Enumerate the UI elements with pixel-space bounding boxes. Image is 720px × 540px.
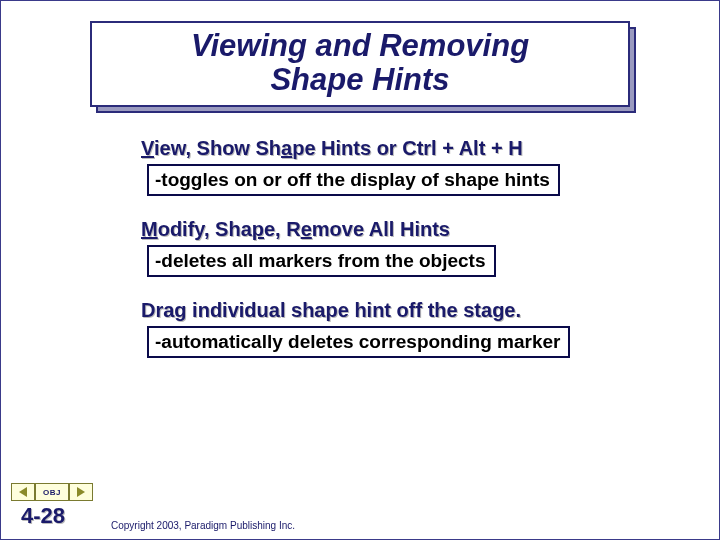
next-button[interactable]	[69, 483, 93, 501]
slide-title: Viewing and Removing Shape Hints	[102, 29, 618, 97]
nav-controls: OBJ	[11, 483, 93, 501]
footer: OBJ 4-28 Copyright 2003, Paradigm Publis…	[1, 479, 719, 539]
title-box: Viewing and Removing Shape Hints	[90, 21, 630, 107]
content-area: View, Show Shape Hints or Ctrl + Alt + H…	[141, 137, 689, 358]
obj-label: OBJ	[43, 488, 61, 497]
copyright-text: Copyright 2003, Paradigm Publishing Inc.	[111, 520, 295, 531]
section-1-detail: -toggles on or off the display of shape …	[147, 164, 560, 196]
section-3: Drag individual shape hint off the stage…	[141, 299, 689, 358]
section-2: Modify, Shape, Remove All Hints -deletes…	[141, 218, 689, 277]
section-2-heading: Modify, Shape, Remove All Hints	[141, 218, 689, 241]
title-container: Viewing and Removing Shape Hints	[90, 21, 630, 107]
section-2-detail: -deletes all markers from the objects	[147, 245, 496, 277]
section-3-detail: -automatically deletes corresponding mar…	[147, 326, 570, 358]
triangle-right-icon	[77, 487, 85, 497]
prev-button[interactable]	[11, 483, 35, 501]
slide-number: 4-28	[21, 503, 65, 529]
title-line-1: Viewing and Removing	[191, 28, 529, 63]
obj-button[interactable]: OBJ	[35, 483, 69, 501]
title-line-2: Shape Hints	[270, 62, 449, 97]
section-1-heading: View, Show Shape Hints or Ctrl + Alt + H	[141, 137, 689, 160]
section-3-heading: Drag individual shape hint off the stage…	[141, 299, 689, 322]
section-1: View, Show Shape Hints or Ctrl + Alt + H…	[141, 137, 689, 196]
triangle-left-icon	[19, 487, 27, 497]
